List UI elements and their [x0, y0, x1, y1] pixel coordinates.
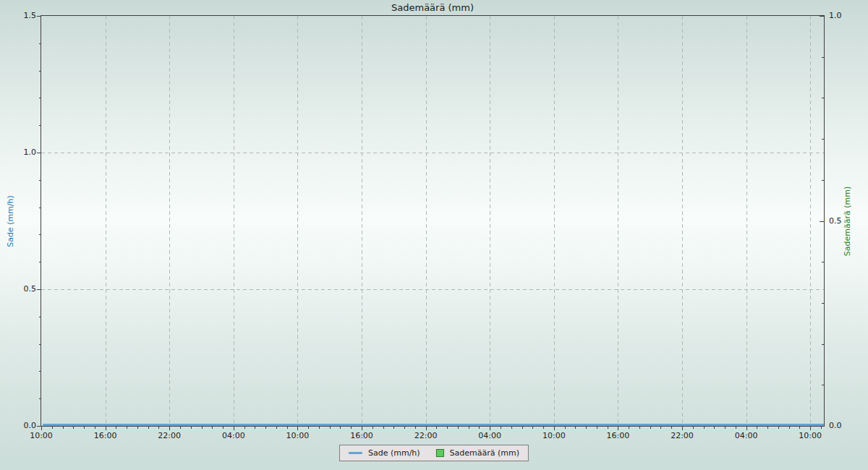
y-left-minor-tick: [39, 317, 41, 317]
x-minor-tick: [757, 426, 757, 429]
x-major-tick: [810, 426, 811, 430]
x-minor-tick: [789, 426, 790, 429]
legend-item-sade: Sade (mm/h): [349, 448, 420, 458]
y-left-tick-label: 0.0: [0, 421, 36, 430]
v-gridline: [426, 16, 427, 426]
x-minor-tick: [639, 426, 640, 429]
x-major-tick: [746, 426, 747, 430]
y-left-minor-tick: [39, 344, 41, 345]
x-minor-tick: [127, 426, 127, 429]
legend-line-marker-icon: [349, 452, 362, 454]
x-minor-tick: [436, 426, 437, 429]
v-gridline: [490, 16, 490, 426]
x-tick-label: 22:00: [148, 431, 191, 440]
x-minor-tick: [276, 426, 277, 429]
x-minor-tick: [532, 426, 533, 429]
x-minor-tick: [693, 426, 694, 429]
x-minor-tick: [351, 426, 352, 429]
x-minor-tick: [597, 426, 597, 429]
y-left-tick-label: 0.5: [0, 284, 36, 294]
x-tick-label: 04:00: [212, 431, 255, 440]
chart-title: Sademäärä (mm): [41, 2, 824, 13]
x-tick-label: 04:00: [725, 431, 768, 440]
x-minor-tick: [714, 426, 715, 429]
legend-item-label: Sade (mm/h): [368, 448, 420, 458]
y-left-major-tick: [37, 153, 41, 153]
x-minor-tick: [84, 426, 85, 429]
x-minor-tick: [137, 426, 138, 429]
y-left-minor-tick: [39, 208, 41, 208]
x-minor-tick: [511, 426, 512, 429]
x-tick-label: 10:00: [532, 431, 576, 440]
x-major-tick: [362, 426, 362, 430]
x-minor-tick: [319, 426, 320, 429]
sade-series-line: [43, 424, 824, 426]
left-axis-label: Sade (mm/h): [6, 195, 15, 247]
x-minor-tick: [393, 426, 394, 429]
y-left-major-tick: [37, 16, 41, 17]
x-minor-tick: [95, 426, 95, 429]
plot-area: [41, 15, 825, 427]
x-minor-tick: [340, 426, 341, 429]
x-minor-tick: [608, 426, 608, 429]
y-left-tick-label: 1.5: [0, 11, 36, 20]
v-gridline: [554, 16, 555, 426]
legend: Sade (mm/h) Sademäärä (mm): [339, 445, 529, 461]
x-minor-tick: [469, 426, 469, 429]
x-minor-tick: [501, 426, 501, 429]
v-gridline: [810, 16, 811, 426]
x-minor-tick: [308, 426, 309, 429]
x-major-tick: [106, 426, 106, 430]
y-right-tick-label: 1.0: [829, 11, 865, 20]
y-right-minor-tick: [822, 57, 824, 58]
legend-item-label: Sademäärä (mm): [450, 448, 519, 458]
legend-item-sademaara: Sademäärä (mm): [436, 448, 519, 458]
x-minor-tick: [447, 426, 448, 429]
x-minor-tick: [223, 426, 224, 429]
y-left-major-tick: [37, 289, 41, 290]
x-minor-tick: [586, 426, 587, 429]
x-minor-tick: [736, 426, 736, 429]
y-right-minor-tick: [822, 385, 824, 385]
y-right-tick-label: 0.5: [829, 216, 865, 226]
x-minor-tick: [650, 426, 651, 429]
y-right-minor-tick: [822, 139, 824, 140]
x-minor-tick: [415, 426, 416, 429]
x-major-tick: [169, 426, 170, 430]
x-minor-tick: [799, 426, 800, 429]
y-right-minor-tick: [822, 303, 824, 304]
x-minor-tick: [404, 426, 405, 429]
x-minor-tick: [373, 426, 373, 429]
x-minor-tick: [704, 426, 705, 429]
precipitation-chart-figure: Sademäärä (mm) Sade (mm/h) Sademäärä (mm…: [0, 0, 868, 470]
x-minor-tick: [63, 426, 64, 429]
x-major-tick: [554, 426, 555, 430]
v-gridline: [297, 16, 298, 426]
x-tick-label: 16:00: [84, 431, 127, 440]
x-tick-label: 16:00: [596, 431, 639, 440]
x-tick-label: 22:00: [660, 431, 704, 440]
y-left-minor-tick: [39, 262, 41, 262]
x-tick-label: 04:00: [468, 431, 511, 440]
v-gridline: [682, 16, 683, 426]
y-right-minor-tick: [822, 262, 824, 262]
x-minor-tick: [660, 426, 661, 429]
x-minor-tick: [180, 426, 181, 429]
v-gridline: [362, 16, 362, 426]
x-minor-tick: [287, 426, 288, 429]
x-minor-tick: [330, 426, 331, 429]
x-minor-tick: [522, 426, 523, 429]
x-minor-tick: [575, 426, 576, 429]
x-major-tick: [682, 426, 683, 430]
legend-square-marker-icon: [436, 449, 444, 457]
x-major-tick: [618, 426, 618, 430]
x-minor-tick: [458, 426, 459, 429]
y-left-minor-tick: [39, 398, 41, 399]
x-minor-tick: [265, 426, 266, 429]
y-left-minor-tick: [39, 180, 41, 181]
x-minor-tick: [73, 426, 74, 429]
x-minor-tick: [725, 426, 726, 429]
v-gridline: [169, 16, 170, 426]
x-minor-tick: [479, 426, 480, 429]
x-tick-label: 22:00: [404, 431, 448, 440]
